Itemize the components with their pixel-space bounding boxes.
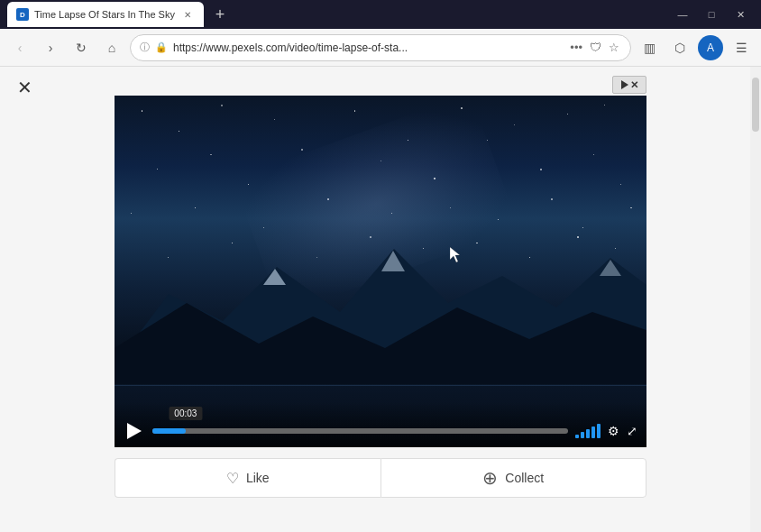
gear-icon: ⚙ (608, 424, 619, 438)
back-button[interactable]: ‹ (7, 35, 32, 60)
address-bar[interactable]: ⓘ 🔒 https://www.pexels.com/video/time-la… (130, 34, 631, 61)
menu-button[interactable]: ☰ (729, 35, 754, 60)
heart-icon: ♡ (226, 470, 239, 487)
controls-row: 00:03 ⚙ ⤢ (124, 420, 637, 442)
sync-button[interactable]: ⬡ (667, 35, 692, 60)
video-controls: 00:03 ⚙ ⤢ (115, 402, 646, 447)
tab-close-button[interactable]: ✕ (180, 7, 195, 22)
play-icon (127, 423, 142, 439)
home-button[interactable]: ⌂ (99, 35, 124, 60)
tab-favicon: D (16, 8, 29, 21)
library-icon: ▥ (644, 41, 656, 55)
time-tooltip: 00:03 (169, 407, 202, 420)
overlay-play-icon (621, 80, 628, 89)
forward-button[interactable]: › (38, 35, 63, 60)
close-window-button[interactable]: ✕ (727, 5, 754, 23)
horizon-line (115, 385, 646, 386)
overlay-close-icon: ✕ (630, 79, 638, 91)
scrollbar-thumb[interactable] (752, 78, 759, 132)
action-buttons: ♡ Like ⊕ Collect (115, 458, 646, 498)
svg-marker-4 (115, 303, 646, 393)
foreground-mountains (115, 267, 646, 393)
new-tab-button[interactable]: + (207, 2, 233, 27)
profile-initial: A (707, 41, 714, 54)
pocket-button[interactable]: 🛡 (588, 39, 603, 56)
window-controls: — □ ✕ (669, 5, 754, 23)
forward-icon: › (49, 41, 53, 55)
library-button[interactable]: ▥ (637, 35, 662, 60)
minimize-button[interactable]: — (669, 5, 696, 23)
play-button[interactable] (124, 420, 145, 442)
url-text: https://www.pexels.com/video/time-lapse-… (173, 41, 563, 54)
browser-window: D Time Lapse Of Stars In The Sky ✕ + — □… (0, 0, 761, 532)
hamburger-icon: ☰ (736, 41, 747, 55)
address-actions: ••• 🛡 ☆ (568, 39, 621, 56)
back-icon: ‹ (18, 41, 23, 55)
home-icon: ⌂ (108, 41, 115, 55)
browser-tab[interactable]: D Time Lapse Of Stars In The Sky ✕ (7, 2, 204, 27)
plus-circle-icon: ⊕ (482, 467, 498, 489)
sync-icon: ⬡ (674, 41, 685, 55)
like-button[interactable]: ♡ Like (115, 458, 380, 498)
reload-button[interactable]: ↻ (69, 35, 94, 60)
page-content: ✕ ✕ (0, 67, 761, 532)
toolbar-right: ▥ ⬡ A ☰ (637, 35, 754, 60)
settings-button[interactable]: ⚙ (608, 424, 619, 438)
restore-button[interactable]: □ (698, 5, 725, 23)
collect-label: Collect (505, 471, 544, 485)
collect-button[interactable]: ⊕ Collect (380, 458, 647, 498)
fullscreen-button[interactable]: ⤢ (627, 424, 637, 438)
video-progress-bar[interactable]: 00:03 (152, 428, 568, 434)
more-options-button[interactable]: ••• (568, 39, 584, 56)
profile-avatar[interactable]: A (698, 35, 723, 60)
tab-title: Time Lapse Of Stars In The Sky (34, 9, 175, 20)
bookmark-button[interactable]: ☆ (607, 39, 621, 56)
video-player[interactable]: 00:03 ⚙ ⤢ (115, 96, 646, 447)
volume-indicator[interactable] (575, 424, 601, 438)
video-container: ✕ (0, 67, 761, 498)
navigation-bar: ‹ › ↻ ⌂ ⓘ 🔒 https://www.pexels.com/video… (0, 29, 761, 67)
video-progress-filled (152, 428, 186, 434)
reload-icon: ↻ (76, 41, 87, 55)
info-icon: ⓘ (140, 41, 150, 54)
like-label: Like (246, 471, 270, 485)
lock-icon: 🔒 (155, 41, 168, 53)
video-overlay-button[interactable]: ✕ (612, 76, 646, 94)
scrollbar[interactable] (750, 67, 761, 532)
title-bar: D Time Lapse Of Stars In The Sky ✕ + — □… (0, 0, 761, 29)
fullscreen-icon: ⤢ (627, 424, 637, 438)
